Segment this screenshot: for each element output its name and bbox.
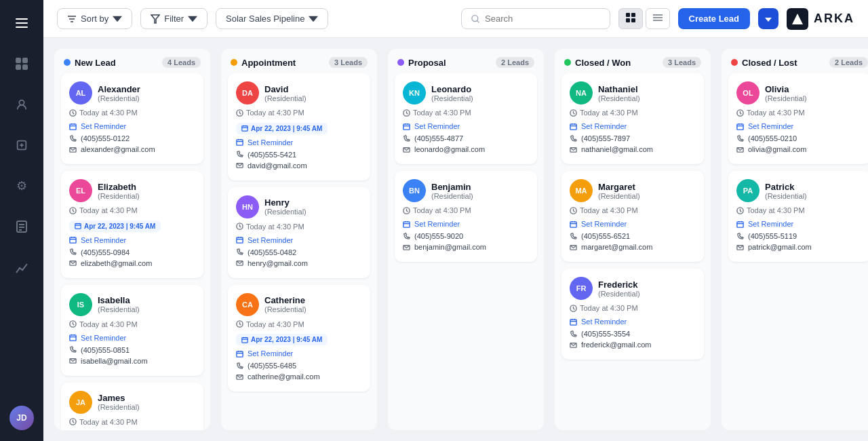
search-box[interactable] [461,8,610,29]
card-name: Olivia [765,84,807,94]
card-name: Isabella [98,295,140,305]
svg-line-20 [477,20,479,22]
lead-card[interactable]: NA Nathaniel (Residential) Today at 4:30… [561,73,704,164]
card-type: (Residential) [431,94,473,102]
tasks-icon[interactable] [9,133,34,157]
set-reminder-button[interactable]: Set Reminder [736,122,863,130]
svg-point-7 [19,100,24,105]
lead-card[interactable]: FR Frederick (Residential) Today at 4:30… [561,269,704,360]
svg-rect-114 [737,123,743,129]
set-reminder-button[interactable]: Set Reminder [69,236,195,244]
lead-card[interactable]: CA Catherine (Residential) Today at 4:30… [228,285,370,392]
card-type: (Residential) [264,94,307,102]
card-time: Today at 4:30 PM [403,109,529,117]
column-dot [731,59,738,66]
sort-button[interactable]: Sort by [57,8,132,29]
svg-rect-5 [16,64,21,70]
reminder-icon [236,138,243,146]
card-avatar: DA [236,81,259,104]
card-type: (Residential) [765,192,807,200]
set-reminder-button[interactable]: Set Reminder [570,318,696,326]
column-closed-lost: Closed / Lost 2 Leads OL Olivia (Residen… [722,49,868,430]
lead-card[interactable]: EL Elizabeth (Residential) Today at 4:30… [61,171,203,278]
lead-card[interactable]: JA James (Residential) Today at 4:30 PM [61,383,203,431]
card-type: (Residential) [98,305,140,313]
set-reminder-button[interactable]: Set Reminder [236,138,362,147]
set-reminder-button[interactable]: Set Reminder [236,349,362,358]
card-phone: (405)555-0122 [69,134,195,142]
svg-rect-108 [570,319,576,324]
set-reminder-button[interactable]: Set Reminder [403,122,529,130]
lead-card[interactable]: KN Leonardo (Residential) Today at 4:30 … [395,73,537,164]
card-header: MA Margaret (Residential) [570,179,696,202]
card-avatar: PA [736,179,760,202]
card-avatar: EL [69,179,92,202]
lead-card[interactable]: BN Benjamin (Residential) Today at 4:30 … [395,171,537,262]
card-email: isabella@gmail.com [69,357,195,365]
analytics-icon[interactable] [9,255,34,280]
lead-card[interactable]: OL Olivia (Residential) Today at 4:30 PM [728,73,868,164]
column-title: Appointment [241,58,296,68]
email-icon [69,146,77,153]
email-icon [736,146,744,153]
phone-icon [236,362,243,370]
set-reminder-button[interactable]: Set Reminder [570,220,696,228]
set-reminder-button[interactable]: Set Reminder [236,236,362,244]
column-badge: 2 Leads [829,57,868,68]
kanban-board: New Lead 4 Leads AL Alexander (Residenti… [43,38,868,441]
card-avatar: NA [570,81,593,104]
svg-marker-18 [151,15,159,23]
svg-rect-102 [570,221,576,227]
card-email: leonardo@gmail.com [403,145,529,153]
reports-icon[interactable] [9,214,34,239]
svg-rect-36 [75,224,81,229]
svg-marker-28 [792,14,803,24]
card-email: olivia@gmail.com [736,145,863,153]
card-header: BN Benjamin (Residential) [403,179,529,202]
lead-card[interactable]: PA Patrick (Residential) Today at 4:30 P… [728,171,868,262]
clock-icon [69,207,77,214]
svg-rect-2 [16,26,28,28]
list-view-button[interactable] [646,8,670,29]
create-lead-button[interactable]: Create Lead [678,8,750,29]
settings-icon[interactable]: ⚙ [9,174,34,198]
grid-view-button[interactable] [618,8,643,29]
set-reminder-button[interactable]: Set Reminder [69,334,195,342]
svg-rect-62 [237,140,243,145]
user-avatar[interactable]: JD [9,406,34,430]
reminder-icon [69,334,77,341]
set-reminder-button[interactable]: Set Reminder [403,220,529,228]
menu-icon[interactable] [9,11,34,35]
lead-card[interactable]: HN Henry (Residential) Today at 4:30 PM [228,187,370,278]
card-time: Today at 4:30 PM [570,206,696,214]
card-name: Margaret [598,182,640,192]
clock-icon [236,223,243,230]
set-reminder-button[interactable]: Set Reminder [736,220,863,228]
column-cards-closed-won: NA Nathaniel (Residential) Today at 4:30… [555,73,711,366]
filter-button[interactable]: Filter [140,8,208,29]
column-header-appointment: Appointment 3 Leads [221,49,377,73]
svg-rect-46 [70,335,76,341]
lead-card[interactable]: MA Margaret (Residential) Today at 4:30 … [561,171,704,262]
leads-icon[interactable] [9,92,34,117]
search-input[interactable] [485,14,600,24]
reminder-icon [736,220,744,228]
svg-rect-30 [70,123,76,129]
card-name: Alexander [98,84,140,94]
set-reminder-button[interactable]: Set Reminder [69,122,195,130]
lead-card[interactable]: IS Isabella (Residential) Today at 4:30 … [61,285,203,376]
clock-icon [570,207,577,214]
card-time: Today at 4:30 PM [236,320,362,328]
create-lead-dropdown-button[interactable] [758,8,778,29]
column-badge: 3 Leads [329,57,368,68]
dashboard-icon[interactable] [9,52,34,76]
email-icon [69,357,77,364]
svg-rect-96 [570,123,576,129]
pipeline-selector[interactable]: Solar Sales Pipeline [216,8,328,29]
lead-card[interactable]: AL Alexander (Residential) Today at 4:30… [61,73,203,164]
lead-card[interactable]: DA David (Residential) Today at 4:30 PM [228,73,370,180]
card-name: David [264,84,307,94]
set-reminder-button[interactable]: Set Reminder [570,122,696,130]
column-title: Closed / Lost [742,58,797,68]
card-name: Nathaniel [598,84,640,94]
